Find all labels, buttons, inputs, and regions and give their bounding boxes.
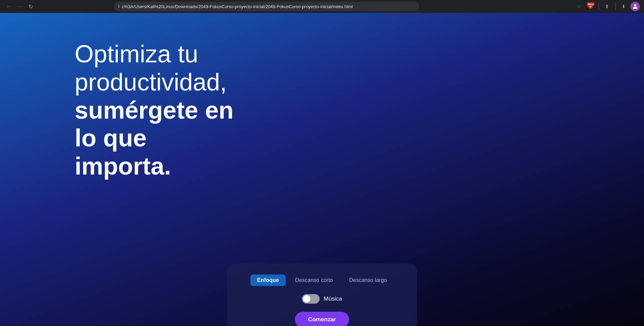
hero-line2: productividad, <box>75 68 227 96</box>
download-button[interactable]: ⬇ <box>619 2 628 11</box>
divider <box>599 3 599 10</box>
profile-button[interactable] <box>630 2 640 11</box>
address-bar[interactable]: ℹ c%3A/Users/Kali%20Linux/Downloads/2049… <box>114 2 419 11</box>
nav-buttons: ← → ↻ <box>4 2 35 11</box>
tab-descanso-largo[interactable]: Descanso largo <box>342 274 394 286</box>
address-text: c%3A/Users/Kali%20Linux/Downloads/2049-F… <box>122 4 415 9</box>
tab-enfoque[interactable]: Enfoque <box>250 274 286 286</box>
hero-line1: Optimiza tu <box>75 40 198 67</box>
hero-line5: importa. <box>75 152 171 180</box>
start-button[interactable]: Comenzar <box>295 312 349 326</box>
music-label: Música <box>324 296 342 302</box>
back-button[interactable]: ← <box>4 2 14 11</box>
pomodoro-card: Enfoque Descanso corto Descanso largo Mú… <box>227 264 417 326</box>
divider2 <box>615 3 615 10</box>
reload-button[interactable]: ↻ <box>26 2 35 11</box>
bookmark-button[interactable]: ☆ <box>574 2 584 11</box>
music-toggle[interactable] <box>302 294 320 304</box>
tabs-row: Enfoque Descanso corto Descanso largo <box>250 274 394 286</box>
toggle-knob <box>303 295 310 303</box>
browser-toolbar: ← → ↻ ℹ c%3A/Users/Kali%20Linux/Download… <box>0 0 644 13</box>
address-icon: ℹ <box>118 4 120 9</box>
browser-actions: ☆ N New ⬆ ⬇ <box>574 2 640 11</box>
page-content: Optimiza tu productividad, sumérgete en … <box>0 13 644 326</box>
hero-text: Optimiza tu productividad, sumérgete en … <box>75 40 278 180</box>
extension-wrapper: N New <box>586 2 595 11</box>
extensions-button[interactable]: N New <box>586 2 595 11</box>
share-button[interactable]: ⬆ <box>602 2 612 11</box>
tab-descanso-corto[interactable]: Descanso corto <box>288 274 340 286</box>
hero-line4: lo que <box>75 124 147 151</box>
hero-line3: sumérgete en <box>75 97 233 124</box>
new-badge: New <box>587 2 594 6</box>
svg-point-2 <box>634 4 637 6</box>
music-row: Música <box>302 294 342 304</box>
forward-button[interactable]: → <box>15 2 24 11</box>
